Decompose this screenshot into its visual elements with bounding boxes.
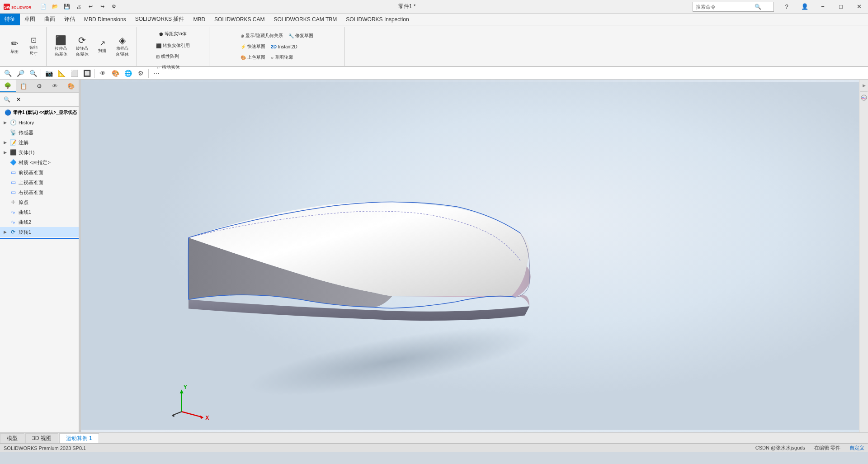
undo-button[interactable]: ↩ — [85, 1, 96, 12]
menu-item-sketch[interactable]: 草图 — [20, 14, 40, 25]
menu-item-sw-plugins[interactable]: SOLIDWORKS 插件 — [131, 14, 189, 25]
extrude-boss-button[interactable]: ⬛ 拉伸凸台/基体 — [51, 34, 71, 59]
section-view-button[interactable]: ⬜ — [68, 68, 80, 79]
zoom-to-fit-button[interactable]: 🔍 — [2, 68, 14, 79]
instant2d-button[interactable]: 2D Instant2D — [269, 42, 299, 52]
right-plane-label: 右视基准面 — [19, 189, 43, 196]
color-sketch-button[interactable]: 🎨 上色草图 — [239, 52, 267, 62]
save-button[interactable]: 💾 — [61, 1, 72, 12]
tree-item-revolve1[interactable]: ▶ ⟳ 旋转1 — [0, 227, 79, 237]
view-orientation-button[interactable]: 📐 — [56, 68, 67, 79]
search-box[interactable]: 🔍 — [693, 2, 774, 12]
repair-sketch-button[interactable]: 🔧 修复草图 — [287, 31, 315, 41]
display-style-button[interactable]: 🔲 — [81, 68, 93, 79]
menu-item-features[interactable]: 特征 — [0, 14, 20, 25]
extrude-boss-icon: ⬛ — [55, 36, 66, 45]
model-tab[interactable]: 模型 — [0, 433, 24, 443]
loft-button[interactable]: ◈ 放样凸台/基体 — [112, 34, 132, 59]
tree-item-front-plane[interactable]: ▭ 前视基准面 — [0, 167, 79, 177]
color-sketch-icon: 🎨 — [241, 55, 246, 60]
menu-item-mbd-dimensions[interactable]: MBD Dimensions — [80, 14, 131, 25]
sensor-icon: 📡 — [9, 128, 17, 137]
right-sep1 — [860, 91, 868, 92]
search-icon[interactable]: 🔍 — [755, 4, 761, 10]
open-button[interactable]: 📂 — [50, 1, 61, 12]
tree-item-curve2[interactable]: ∿ 曲线2 — [0, 217, 79, 227]
filter-clear-button[interactable]: ✕ — [14, 95, 24, 104]
menu-item-sw-inspection[interactable]: SOLIDWORKS Inspection — [341, 14, 413, 25]
menu-item-sw-cam-tbm[interactable]: SOLIDWORKS CAM TBM — [269, 14, 341, 25]
tree-item-curve1[interactable]: ∿ 曲线1 — [0, 207, 79, 217]
tree-item-solid[interactable]: ▶ ⬛ 实体(1) — [0, 147, 79, 157]
zoom-out-button[interactable]: 🔍 — [27, 68, 39, 79]
user-button[interactable]: 👤 — [796, 0, 814, 14]
bottom-tabs: 模型 3D 视图 运动算例 1 — [0, 432, 868, 443]
tree-item-annotation[interactable]: ▶ 📝 注解 — [0, 137, 79, 147]
revolve-boss-button[interactable]: ⟳ 旋转凸台/基体 — [72, 34, 92, 59]
options-button[interactable]: ⚙ — [108, 1, 119, 12]
viewport[interactable]: Y X — [81, 80, 859, 432]
annotation-arrow: ▶ — [4, 140, 9, 145]
repair-sketch-label: 修复草图 — [295, 33, 313, 39]
front-plane-label: 前视基准面 — [19, 169, 43, 176]
sweep-button[interactable]: ↗ 扫描 — [93, 34, 111, 59]
view-sep2 — [94, 69, 95, 78]
tree-root[interactable]: 🔵 零件1 (默认) <<默认>_显示状态 — [0, 108, 79, 118]
shape-container: Y X — [81, 80, 859, 432]
tree-item-material[interactable]: 🔷 材质 <未指定> — [0, 157, 79, 167]
tree-item-right-plane[interactable]: ▭ 右视基准面 — [0, 187, 79, 197]
tree-item-history[interactable]: ▶ 🕐 History — [0, 118, 79, 128]
tree-item-top-plane[interactable]: ▭ 上视基准面 — [0, 177, 79, 187]
tree-item-sensor[interactable]: 📡 传感器 — [0, 128, 79, 137]
more-button[interactable]: ⋯ — [151, 68, 162, 79]
minimize-button[interactable]: − — [814, 0, 832, 14]
status-custom[interactable]: 自定义 — [849, 445, 864, 451]
3d-view-tab[interactable]: 3D 视图 — [25, 433, 58, 443]
quick-sketch-button[interactable]: ⚡ 快速草图 — [239, 42, 267, 52]
print-button[interactable]: 🖨 — [73, 1, 84, 12]
quick-access-toolbar: 📄 📂 💾 🖨 ↩ ↪ ⚙ — [36, 1, 121, 12]
right-appearances-btn[interactable]: ▶ — [860, 81, 868, 90]
linear-pattern-button[interactable]: ⊞ 线性阵列 — [154, 52, 192, 62]
appearance-tree-tab[interactable]: 🎨 — [63, 80, 79, 92]
property-tab[interactable]: 📋 — [16, 80, 32, 92]
window-title: 零件1 * — [121, 3, 693, 10]
motion-study-tab[interactable]: 运动算例 1 — [59, 433, 99, 443]
close-button[interactable]: ✕ — [850, 0, 868, 14]
sketch-button[interactable]: ✏ 草图 — [5, 33, 24, 60]
feature-tree-tab[interactable]: 🌳 — [0, 80, 16, 92]
zoom-in-button[interactable]: 🔎 — [14, 68, 26, 79]
extrude-boss-label: 拉伸凸台/基体 — [54, 46, 68, 57]
search-input[interactable] — [696, 4, 755, 9]
tree-item-origin[interactable]: ✛ 原点 — [0, 197, 79, 207]
right-color-btn[interactable] — [860, 94, 868, 102]
offset-solid-button[interactable]: ⬟ 等距实\n体 — [157, 29, 188, 39]
appearance-button[interactable]: 🎨 — [109, 68, 121, 79]
display-state-tab[interactable]: 👁 — [47, 80, 63, 92]
top-plane-icon: ▭ — [9, 178, 17, 186]
settings-button[interactable]: ⚙ — [135, 68, 146, 79]
material-icon: 🔷 — [9, 158, 17, 166]
camera-button[interactable]: 📷 — [43, 68, 55, 79]
menu-item-mbd[interactable]: MBD — [189, 14, 210, 25]
help-button[interactable]: ? — [778, 0, 796, 14]
ribbon-group-sketch-buttons: ✏ 草图 ⊡ 智能尺寸 — [5, 29, 42, 64]
ribbon-group-transform: ⬟ 等距实\n体 ⬛ 转换实体引用 ⊞ 线性阵列 ↔ 移动实体 — [137, 27, 209, 66]
config-tab[interactable]: ⚙ — [32, 80, 47, 92]
show-hide-relations-button[interactable]: ⊕ 显示/隐藏几何关系 — [239, 31, 285, 41]
restore-button[interactable]: □ — [832, 0, 850, 14]
smart-dimension-button[interactable]: ⊡ 智能尺寸 — [24, 33, 42, 60]
hide-show-button[interactable]: 👁 — [97, 68, 108, 79]
convert-solid-button[interactable]: ⬛ 转换实体引用 — [154, 41, 192, 51]
new-button[interactable]: 📄 — [38, 1, 49, 12]
filter-button[interactable]: 🔍 — [2, 95, 12, 104]
redo-button[interactable]: ↪ — [97, 1, 108, 12]
menu-item-surface[interactable]: 曲面 — [40, 14, 60, 25]
menu-item-sw-cam[interactable]: SOLIDWORKS CAM — [210, 14, 269, 25]
convert-solid-icon: ⬛ — [156, 43, 161, 48]
tree-root-label: 零件1 (默认) <<默认>_显示状态 — [13, 109, 77, 116]
scene-button[interactable]: 🌐 — [122, 68, 134, 79]
menu-item-evaluate[interactable]: 评估 — [60, 14, 80, 25]
sensor-arrow — [4, 130, 9, 135]
sketch-contour-button[interactable]: ○ 草图轮廓 — [269, 52, 295, 62]
